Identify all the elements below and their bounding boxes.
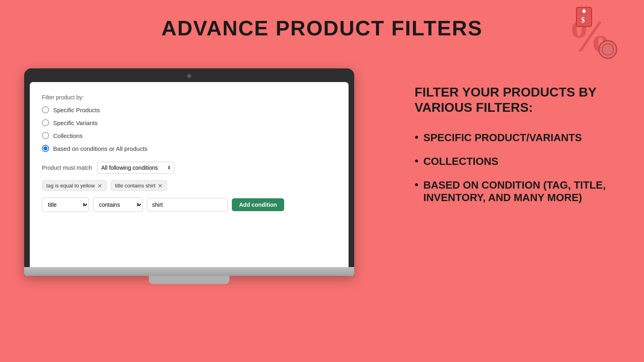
bullet-text-3: Based on Condition (Tag, Title, Inventor… [423, 179, 616, 204]
chip-tag-yellow: tag is equal to yellow ✕ [42, 180, 107, 191]
match-select-wrapper[interactable]: All following conditions Any following c… [97, 162, 174, 174]
svg-point-1 [599, 41, 617, 58]
input-row: title tag inventory price contains equal… [42, 197, 336, 212]
laptop-screen: Filter product by: Specific Products Spe… [30, 82, 349, 267]
laptop-mockup: Filter product by: Specific Products Spe… [24, 68, 354, 284]
radio-item-based-on-conditions[interactable]: Based on conditions or All products [42, 145, 336, 152]
bullet-dot-2: • [415, 155, 419, 167]
bullet-dot-1: • [415, 132, 419, 143]
chip-title-shirt-remove[interactable]: ✕ [158, 183, 163, 189]
discount-icon: % $ [555, 3, 620, 64]
laptop-camera [187, 74, 191, 78]
bullet-list: • Specific Product/Variants • Collection… [415, 132, 616, 204]
svg-text:$: $ [581, 16, 585, 24]
operator-select-wrapper[interactable]: contains equals starts with ends with [93, 197, 143, 212]
laptop-stand [149, 276, 229, 284]
laptop-base [24, 267, 354, 276]
chips-row: tag is equal to yellow ✕ title contains … [42, 180, 336, 191]
field-select-wrapper[interactable]: title tag inventory price [42, 197, 89, 212]
bullet-dot-3: • [415, 179, 419, 190]
radio-item-specific-variants[interactable]: Specific Variants [42, 119, 336, 126]
radio-circle-collections [42, 132, 49, 139]
radio-circle-specific-products [42, 106, 49, 113]
filter-radio-group: Specific Products Specific Variants Coll… [42, 106, 336, 152]
add-condition-button[interactable]: Add condition [232, 198, 284, 211]
chip-title-shirt: title contains shirt ✕ [111, 180, 167, 191]
match-label: Product must match [42, 165, 92, 171]
radio-circle-specific-variants [42, 119, 49, 126]
bullet-item-1: • Specific Product/Variants [415, 132, 616, 144]
chip-tag-yellow-remove[interactable]: ✕ [97, 183, 102, 189]
radio-label-collections: Collections [53, 132, 83, 139]
match-select[interactable]: All following conditions Any following c… [97, 162, 174, 174]
radio-circle-based-on-conditions [42, 145, 49, 152]
bullet-text-1: Specific Product/Variants [423, 132, 582, 144]
chip-title-shirt-text: title contains shirt [115, 183, 155, 189]
match-row: Product must match All following conditi… [42, 162, 336, 174]
radio-item-collections[interactable]: Collections [42, 132, 336, 139]
bullet-item-2: • Collections [415, 155, 616, 168]
value-input[interactable] [147, 198, 228, 212]
filter-product-by-label: Filter product by: [42, 94, 336, 101]
radio-label-specific-variants: Specific Variants [53, 119, 98, 126]
field-select[interactable]: title tag inventory price [42, 197, 89, 212]
bullet-item-3: • Based on Condition (Tag, Title, Invent… [415, 179, 616, 204]
operator-select[interactable]: contains equals starts with ends with [93, 197, 143, 212]
bullet-text-2: Collections [423, 155, 498, 168]
radio-label-based-on-conditions: Based on conditions or All products [53, 145, 147, 152]
info-title: Filter your products by various filters: [415, 84, 616, 115]
chip-tag-yellow-text: tag is equal to yellow [46, 183, 95, 189]
radio-item-specific-products[interactable]: Specific Products [42, 106, 336, 113]
page-title: ADVANCE PRODUCT FILTERS [0, 0, 644, 40]
info-section: Filter your products by various filters:… [415, 84, 616, 204]
radio-label-specific-products: Specific Products [53, 107, 100, 113]
